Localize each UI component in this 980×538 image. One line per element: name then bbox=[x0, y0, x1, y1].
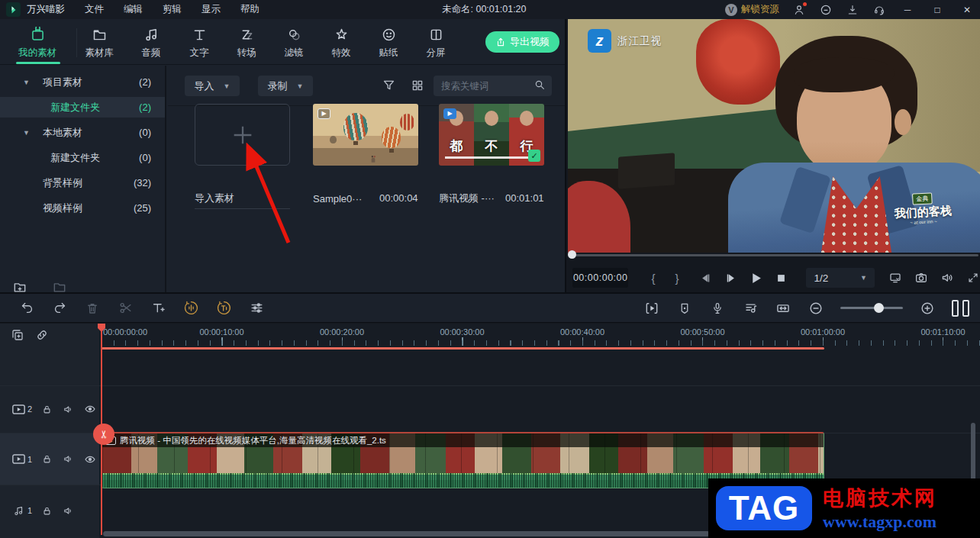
watermark-url: www.tagxp.com bbox=[823, 512, 937, 532]
tab-stickers[interactable]: 贴纸 bbox=[364, 23, 413, 63]
render-preview-icon[interactable] bbox=[643, 300, 660, 317]
tab-audio[interactable]: 音频 bbox=[127, 23, 176, 63]
adjustment-sliders-icon[interactable] bbox=[248, 300, 265, 317]
download-icon[interactable] bbox=[846, 3, 859, 17]
mute-icon[interactable] bbox=[62, 403, 75, 416]
sidebar-item-new-folder-local[interactable]: 新建文件夹 (0) bbox=[0, 147, 165, 168]
snapshot-camera-icon[interactable] bbox=[913, 269, 929, 286]
sidebar-item-local-media[interactable]: ▼ 本地素材 (0) bbox=[0, 122, 165, 143]
previous-frame-button[interactable] bbox=[697, 269, 713, 286]
sidebar-item-project-media[interactable]: ▼ 项目素材 (2) bbox=[0, 72, 165, 92]
sidebar-item-video-samples[interactable]: 视频样例 (25) bbox=[0, 198, 165, 218]
hide-track-icon[interactable] bbox=[83, 403, 96, 416]
next-frame-button[interactable] bbox=[723, 269, 739, 286]
track-header-audio1[interactable]: 1 bbox=[0, 485, 99, 536]
zoom-in-icon[interactable] bbox=[919, 300, 936, 317]
audio-track-icon bbox=[12, 504, 25, 517]
zoom-out-icon[interactable] bbox=[808, 300, 824, 317]
close-button[interactable]: ✕ bbox=[959, 5, 975, 15]
volume-icon[interactable] bbox=[939, 269, 955, 286]
speech-to-text-icon[interactable] bbox=[182, 300, 199, 317]
minimize-button[interactable]: ─ bbox=[899, 5, 916, 15]
menu-edit[interactable]: 编辑 bbox=[124, 3, 143, 16]
preview-seek-handle[interactable] bbox=[568, 250, 576, 259]
playback-quality-dropdown[interactable]: 1/2 ▼ bbox=[806, 268, 875, 288]
tab-filters[interactable]: 滤镜 bbox=[269, 23, 318, 63]
tab-my-media[interactable]: 我的素材 bbox=[13, 23, 62, 63]
project-title: 未命名: 00:01:01:20 bbox=[442, 0, 526, 19]
timeline-toolbar bbox=[0, 292, 980, 323]
sidebar-item-background-samples[interactable]: 背景样例 (32) bbox=[0, 172, 165, 193]
panel-layout-icon[interactable] bbox=[952, 300, 969, 317]
menu-file[interactable]: 文件 bbox=[85, 3, 104, 16]
track-header-video1[interactable]: 1 bbox=[0, 433, 99, 485]
watermark-site-name: 电脑技术网 bbox=[823, 485, 937, 512]
media-item-sample-thumbnail[interactable]: ▶ bbox=[313, 104, 418, 166]
audio-mixer-icon[interactable] bbox=[742, 300, 759, 317]
mute-icon[interactable] bbox=[62, 453, 75, 466]
split-scissors-icon[interactable] bbox=[117, 300, 134, 317]
tab-stock-media[interactable]: 素材库 bbox=[75, 23, 124, 63]
hide-track-icon[interactable] bbox=[83, 453, 96, 466]
filter-icon[interactable] bbox=[382, 78, 396, 95]
marker-icon[interactable] bbox=[676, 300, 693, 317]
support-headset-icon[interactable] bbox=[872, 3, 886, 17]
menu-help[interactable]: 帮助 bbox=[240, 3, 260, 16]
add-text-icon[interactable] bbox=[150, 300, 166, 317]
grid-view-icon[interactable] bbox=[411, 79, 424, 95]
mark-in-button[interactable]: { bbox=[651, 272, 655, 285]
stop-button[interactable] bbox=[773, 269, 789, 286]
cut-at-playhead-button[interactable]: ✂ bbox=[93, 424, 114, 445]
unlock-resources-button[interactable]: V 解锁资源 bbox=[725, 3, 779, 16]
site-watermark: TAG 电脑技术网 www.tagxp.com bbox=[708, 478, 980, 538]
mute-icon[interactable] bbox=[62, 504, 75, 517]
titlebar: 万兴喵影 文件 编辑 剪辑 显示 帮助 未命名: 00:01:01:20 V 解… bbox=[0, 0, 980, 19]
duplicate-icon[interactable] bbox=[11, 328, 24, 344]
preview-seekbar[interactable] bbox=[571, 254, 978, 256]
tab-effects[interactable]: 特效 bbox=[317, 23, 366, 63]
account-button[interactable] bbox=[792, 3, 806, 17]
fit-timeline-icon[interactable] bbox=[775, 300, 791, 317]
tab-transitions[interactable]: 转场 bbox=[222, 23, 271, 63]
sidebar-item-new-folder-project[interactable]: 新建文件夹 (2) bbox=[0, 97, 165, 118]
play-button[interactable] bbox=[748, 269, 764, 286]
clip-name: 腾讯视频 - 中国领先的在线视频媒体平台,海量高清视频在线观看_2.ts bbox=[120, 435, 386, 446]
undo-icon[interactable] bbox=[18, 300, 35, 317]
tab-text[interactable]: 文字 bbox=[175, 23, 224, 63]
maximize-button[interactable]: □ bbox=[929, 5, 946, 15]
search-icon[interactable] bbox=[534, 79, 546, 93]
feedback-icon[interactable] bbox=[819, 3, 833, 17]
app-logo-icon bbox=[6, 2, 21, 17]
lock-icon[interactable] bbox=[40, 504, 53, 517]
export-video-button[interactable]: 导出视频 bbox=[485, 31, 559, 53]
link-icon[interactable] bbox=[35, 328, 49, 344]
collapse-arrow-icon[interactable]: ▼ bbox=[23, 79, 30, 86]
display-device-icon[interactable] bbox=[887, 269, 903, 286]
menu-clip[interactable]: 剪辑 bbox=[163, 3, 182, 16]
timeline-zoom-slider[interactable] bbox=[840, 307, 903, 309]
redo-icon[interactable] bbox=[51, 300, 68, 317]
in-timeline-check-icon: ✓ bbox=[528, 150, 540, 162]
tab-split-screen[interactable]: 分屏 bbox=[411, 23, 460, 63]
search-input[interactable] bbox=[434, 81, 534, 92]
menu-view[interactable]: 显示 bbox=[201, 3, 221, 16]
timeline-ruler[interactable]: 00:00:00:00 00:00:10:00 00:00:20:00 00:0… bbox=[99, 324, 980, 350]
voiceover-mic-icon[interactable] bbox=[709, 300, 726, 317]
lock-icon[interactable] bbox=[40, 403, 53, 416]
record-dropdown-button[interactable]: 录制▼ bbox=[258, 76, 313, 96]
video-type-icon: ▶ bbox=[443, 108, 456, 119]
import-dropdown-button[interactable]: 导入▼ bbox=[185, 76, 240, 96]
track-header-video2[interactable]: 2 bbox=[0, 385, 99, 433]
lock-icon[interactable] bbox=[40, 453, 53, 466]
timeline-horizontal-scrollbar[interactable] bbox=[103, 531, 710, 536]
import-media-dropzone[interactable] bbox=[195, 104, 290, 166]
media-item-tencent-thumbnail[interactable]: 都 不 行 ▶ ✓ bbox=[439, 104, 544, 166]
zoom-slider-handle[interactable] bbox=[874, 303, 884, 313]
collapse-arrow-icon[interactable]: ▼ bbox=[23, 129, 30, 137]
fullscreen-icon[interactable] bbox=[965, 269, 980, 286]
delete-icon[interactable] bbox=[84, 300, 101, 317]
text-to-speech-icon[interactable] bbox=[215, 300, 232, 317]
mark-out-button[interactable]: } bbox=[675, 272, 679, 285]
preview-video[interactable]: z 浙江卫视 金典 我们的客栈 ~ at our inn ~ bbox=[568, 19, 980, 253]
notification-dot bbox=[803, 2, 807, 6]
